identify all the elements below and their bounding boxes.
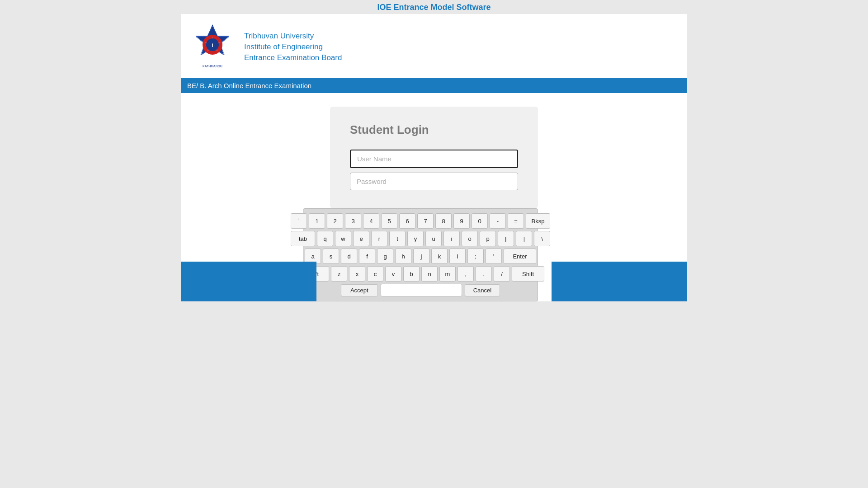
kb-key-u[interactable]: u xyxy=(425,231,442,246)
nav-bar-label: BE/ B. Arch Online Entrance Examination xyxy=(187,82,311,89)
header-area: i KATHMANDU Tribhuvan University Institu… xyxy=(181,14,687,78)
main-card-wrapper: i KATHMANDU Tribhuvan University Institu… xyxy=(181,14,687,301)
kb-key-y[interactable]: y xyxy=(407,231,424,246)
banner-right xyxy=(552,262,687,301)
university-logo: i KATHMANDU xyxy=(190,22,235,72)
password-input[interactable] xyxy=(350,173,518,190)
kb-key-bksp[interactable]: Bksp xyxy=(526,213,550,229)
kb-key-minus[interactable]: - xyxy=(490,213,506,229)
nav-bar: BE/ B. Arch Online Entrance Examination xyxy=(181,78,687,93)
kb-key-i[interactable]: i xyxy=(443,231,460,246)
username-input[interactable] xyxy=(350,150,518,168)
main-card: i KATHMANDU Tribhuvan University Institu… xyxy=(181,14,687,301)
kb-key-tab[interactable]: tab xyxy=(291,231,315,246)
kb-row-2: tab q w e r t y u i o p [ ] \ xyxy=(308,231,533,246)
kb-key-w[interactable]: w xyxy=(335,231,351,246)
kb-key-9[interactable]: 9 xyxy=(453,213,470,229)
kb-key-r[interactable]: r xyxy=(371,231,387,246)
login-title: Student Login xyxy=(350,123,518,137)
kb-key-2[interactable]: 2 xyxy=(327,213,343,229)
kb-key-e[interactable]: e xyxy=(353,231,369,246)
login-box: Student Login xyxy=(330,107,538,208)
header-text: Tribhuvan University Institute of Engine… xyxy=(244,32,342,62)
kb-key-5[interactable]: 5 xyxy=(381,213,397,229)
kb-key-p[interactable]: p xyxy=(480,231,496,246)
app-title-link[interactable]: IOE Entrance Model Software xyxy=(377,3,491,12)
kb-key-0[interactable]: 0 xyxy=(472,213,488,229)
bottom-banner xyxy=(181,262,687,301)
svg-text:i: i xyxy=(212,42,213,48)
kb-key-backslash[interactable]: \ xyxy=(534,231,550,246)
kb-key-4[interactable]: 4 xyxy=(363,213,379,229)
kb-row-1: ` 1 2 3 4 5 6 7 8 9 0 - = Bksp xyxy=(308,213,533,229)
kb-key-backtick[interactable]: ` xyxy=(291,213,307,229)
kb-key-6[interactable]: 6 xyxy=(399,213,415,229)
kb-key-lbracket[interactable]: [ xyxy=(498,231,514,246)
kb-key-7[interactable]: 7 xyxy=(417,213,434,229)
kb-key-1[interactable]: 1 xyxy=(309,213,325,229)
banner-left xyxy=(181,262,316,301)
institute-name: Institute of Engineering xyxy=(244,42,342,52)
board-name: Entrance Examination Board xyxy=(244,53,342,62)
kb-key-rbracket[interactable]: ] xyxy=(516,231,532,246)
kb-key-8[interactable]: 8 xyxy=(435,213,452,229)
logo-container: i KATHMANDU xyxy=(190,22,235,72)
svg-text:KATHMANDU: KATHMANDU xyxy=(203,65,222,68)
university-name: Tribhuvan University xyxy=(244,32,342,41)
kb-key-q[interactable]: q xyxy=(317,231,333,246)
kb-key-t[interactable]: t xyxy=(389,231,406,246)
top-bar: IOE Entrance Model Software xyxy=(0,0,868,14)
kb-key-3[interactable]: 3 xyxy=(345,213,361,229)
kb-key-o[interactable]: o xyxy=(462,231,478,246)
kb-key-equals[interactable]: = xyxy=(508,213,524,229)
